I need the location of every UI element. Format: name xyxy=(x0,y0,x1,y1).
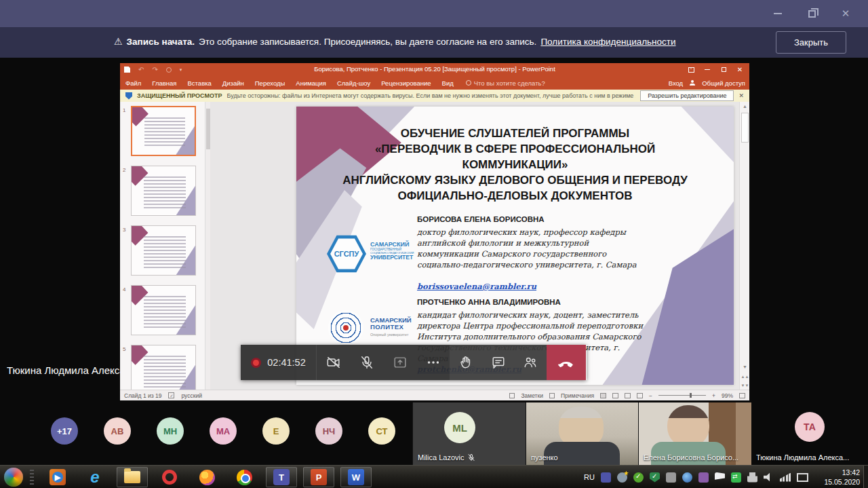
account-area: Вход Общий доступ xyxy=(669,76,745,90)
ribbon-tab-design[interactable]: Дизайн xyxy=(217,79,250,87)
slideshow-view-button[interactable] xyxy=(637,393,643,398)
participant-avatar[interactable]: НЧ xyxy=(315,417,342,445)
slide-thumbnail-1[interactable] xyxy=(131,106,196,156)
presenter1-email-link[interactable]: borissovaelena@rambler.ru xyxy=(417,282,536,291)
taskbar-word[interactable]: W xyxy=(340,467,372,487)
tray-app-icon[interactable] xyxy=(698,472,709,483)
tray-skype-icon[interactable] xyxy=(617,472,627,483)
taskbar-clock[interactable]: 13:42 15.05.2020 xyxy=(824,468,860,487)
taskbar-file-explorer[interactable] xyxy=(117,467,148,487)
tray-power-icon[interactable] xyxy=(747,472,757,483)
spellcheck-icon[interactable]: ✓ xyxy=(168,392,174,398)
start-button[interactable] xyxy=(4,468,23,487)
share-button[interactable]: Общий доступ xyxy=(702,79,745,87)
participant-tile[interactable]: ML Milica Lazovic xyxy=(412,402,526,465)
zoom-in-button[interactable]: + xyxy=(712,392,715,399)
participant-avatar[interactable]: АВ xyxy=(104,417,131,445)
participant-avatar[interactable]: Е xyxy=(262,417,290,445)
tray-network-globe-icon[interactable] xyxy=(682,472,692,483)
sign-in-button[interactable]: Вход xyxy=(669,79,684,87)
ribbon-tab-view[interactable]: Вид xyxy=(437,79,459,87)
ribbon-tab-slideshow[interactable]: Слайд-шоу xyxy=(332,79,376,87)
scroll-up-icon[interactable]: ▲ xyxy=(740,102,749,111)
enable-editing-button[interactable]: Разрешить редактирование xyxy=(640,90,734,101)
fit-to-window-button[interactable] xyxy=(739,393,745,398)
slide-thumbnail-4[interactable] xyxy=(131,285,196,335)
more-options-button[interactable] xyxy=(416,345,450,380)
ppt-restore-button[interactable] xyxy=(717,63,730,76)
participant-tile[interactable]: ТА Тюкина Людмила Алекса... xyxy=(751,402,868,465)
tray-shield-icon[interactable] xyxy=(650,472,660,483)
zoom-out-button[interactable]: − xyxy=(649,392,652,399)
taskbar-firefox[interactable] xyxy=(191,467,222,487)
slide-thumbnail-3[interactable] xyxy=(131,225,196,276)
ribbon-tab-insert[interactable]: Вставка xyxy=(182,79,217,87)
ribbon-tab-animations[interactable]: Анимация xyxy=(290,79,332,87)
language-indicator[interactable]: русский xyxy=(181,392,202,399)
ribbon-tab-home[interactable]: Главная xyxy=(146,79,182,87)
participant-avatar[interactable]: СТ xyxy=(368,417,395,445)
tray-display-icon[interactable] xyxy=(797,473,808,482)
slide-thumbnail-5[interactable] xyxy=(131,345,196,390)
next-slide-icon[interactable]: ▼▼ xyxy=(740,381,749,390)
tray-antivirus-icon[interactable] xyxy=(633,472,644,483)
previous-slide-icon[interactable]: ▲▲ xyxy=(740,373,749,381)
warning-icon xyxy=(114,36,123,47)
zoom-slider-thumb[interactable] xyxy=(690,393,692,398)
overflow-participants-badge[interactable]: +17 xyxy=(51,417,78,445)
slide-thumbnail-2[interactable] xyxy=(131,166,196,216)
comments-toggle[interactable]: Примечания xyxy=(561,392,594,399)
logo-text-line: САМАРСКИЙ xyxy=(370,241,414,248)
raise-hand-button[interactable] xyxy=(450,345,482,380)
scroll-down-icon[interactable]: ▼ xyxy=(740,362,749,372)
thumbnail-scrollbar[interactable] xyxy=(205,102,210,390)
close-button[interactable]: ✕ xyxy=(829,0,863,27)
scrollbar-thumb[interactable] xyxy=(206,109,210,149)
participant-avatar[interactable]: МН xyxy=(157,417,184,445)
chat-button[interactable] xyxy=(482,345,515,380)
share-screen-button[interactable] xyxy=(383,345,416,380)
language-switcher[interactable]: RU xyxy=(584,473,595,481)
taskbar-opera[interactable] xyxy=(154,467,185,487)
taskbar-chrome[interactable] xyxy=(229,467,260,487)
slide-scrollbar[interactable]: ▲ ▼ ▲▲ ▼▼ xyxy=(739,102,749,390)
restore-button[interactable] xyxy=(795,0,829,27)
participant-video-tile[interactable]: пузенко xyxy=(526,402,638,465)
zoom-slider[interactable] xyxy=(658,395,706,396)
ppt-minimize-button[interactable] xyxy=(701,63,714,76)
taskbar-powerpoint[interactable]: P xyxy=(303,467,334,487)
taskbar-teams[interactable]: T xyxy=(266,467,297,487)
mic-off-button[interactable] xyxy=(350,345,383,380)
zoom-level[interactable]: 99% xyxy=(722,392,733,399)
slide-sorter-view-button[interactable] xyxy=(612,393,618,398)
normal-view-button[interactable] xyxy=(600,393,606,398)
participant-video-tile[interactable]: Елена Борисовна Борисо... xyxy=(638,402,751,465)
show-desktop-button[interactable] xyxy=(863,466,868,488)
tray-teams-icon[interactable] xyxy=(601,472,611,483)
tray-sync-icon[interactable] xyxy=(731,472,741,483)
reading-view-button[interactable] xyxy=(625,393,631,398)
participants-button[interactable] xyxy=(514,345,547,380)
tray-volume-icon[interactable] xyxy=(764,472,774,483)
minimize-button[interactable] xyxy=(761,0,795,27)
tell-me-box[interactable]: Что вы хотите сделать? xyxy=(466,79,545,87)
privacy-policy-link[interactable]: Политика конфиденциальности xyxy=(540,37,675,47)
ppt-close-button[interactable]: ✕ xyxy=(733,63,747,76)
participant-avatar[interactable]: МА xyxy=(210,417,237,445)
ribbon-tab-file[interactable]: Файл xyxy=(120,79,146,87)
banner-close-button[interactable]: Закрыть xyxy=(776,31,846,54)
protected-view-close-icon[interactable]: ✕ xyxy=(738,92,744,99)
tray-input-device-icon[interactable] xyxy=(666,472,676,483)
hang-up-button[interactable] xyxy=(547,345,586,380)
tray-action-center-icon[interactable] xyxy=(715,472,725,483)
notes-toggle[interactable]: Заметки xyxy=(521,392,543,399)
ribbon-tab-review[interactable]: Рецензирование xyxy=(376,79,436,87)
taskbar-internet-explorer[interactable]: e xyxy=(79,467,111,487)
tray-signal-icon[interactable] xyxy=(780,473,791,482)
scrollbar-thumb[interactable] xyxy=(741,113,749,143)
ribbon-options-button[interactable]: ⌃ xyxy=(684,63,698,76)
ribbon-tab-transitions[interactable]: Переходы xyxy=(250,79,291,87)
participant-tile-label: Тюкина Людмила Алекса... xyxy=(756,453,849,462)
taskbar-media-player[interactable] xyxy=(42,467,73,487)
camera-off-button[interactable] xyxy=(317,345,350,380)
